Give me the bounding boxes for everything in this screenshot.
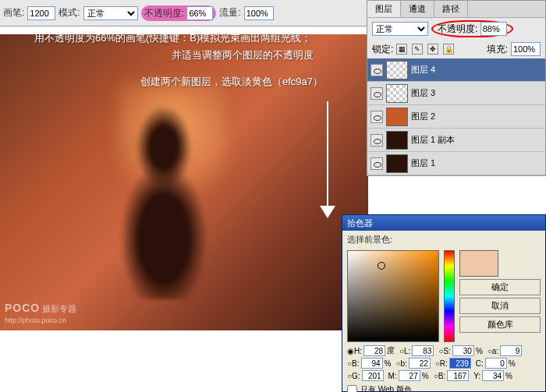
bv-label: ○B: <box>347 359 360 368</box>
y-label: Y: <box>473 372 480 380</box>
c-label: C: <box>476 359 484 368</box>
tab-layers[interactable]: 图层 <box>367 1 401 17</box>
dialog-subtitle: 选择前景色: <box>342 231 545 249</box>
a-label: ○a: <box>488 347 498 355</box>
lock-label: 锁定: <box>372 43 393 56</box>
layer-name: 图层 3 <box>411 87 542 99</box>
color-lib-button[interactable]: 颜色库 <box>459 316 541 333</box>
lock-all-icon[interactable]: 🔒 <box>443 44 454 55</box>
y-input[interactable] <box>482 370 504 381</box>
layers-panel: 图层 通道 路径 正常 不透明度: 锁定: ▦ ✎ ✥ 🔒 填充: 图层 4 图… <box>367 0 546 176</box>
bb-input[interactable] <box>447 370 469 381</box>
visibility-icon[interactable] <box>370 111 383 123</box>
layer-name: 图层 4 <box>411 64 542 76</box>
s-input[interactable] <box>452 345 474 356</box>
visibility-icon[interactable] <box>370 157 383 170</box>
bb-label: ○B: <box>434 372 446 380</box>
brush-size-input[interactable] <box>27 6 55 20</box>
r-input[interactable] <box>449 358 471 369</box>
fill-input[interactable] <box>511 42 541 56</box>
opacity-highlight: 不透明度: <box>141 5 217 21</box>
color-swatch <box>459 250 498 277</box>
annotation-1: 用不透明度为66%的画笔(快捷键：B)模拟光束画出两组光线； <box>34 31 311 45</box>
layer-name: 图层 2 <box>411 111 542 122</box>
web-colors-row: 只有 Web 颜色 <box>342 383 545 392</box>
layer-name: 图层 1 副本 <box>411 134 542 146</box>
ok-button[interactable]: 确定 <box>459 279 541 295</box>
panel-tabs: 图层 通道 路径 <box>367 1 545 18</box>
color-picker-dialog: 拾色器 选择前景色: 确定 取消 颜色库 ◉H:度 ○L: ○S:% ○a: ○… <box>342 214 546 392</box>
fill-label: 填充: <box>487 43 508 56</box>
layer-item[interactable]: 图层 4 <box>367 58 545 82</box>
tab-paths[interactable]: 路径 <box>434 1 468 17</box>
layer-opacity-highlight: 不透明度: <box>431 20 513 37</box>
visibility-icon[interactable] <box>370 64 383 76</box>
cancel-button[interactable]: 取消 <box>459 298 541 314</box>
g-input[interactable] <box>362 370 384 381</box>
h-input[interactable] <box>363 345 385 356</box>
poco-watermark: POCO 摄影专题 http://photo.poco.cn <box>5 302 76 324</box>
l-input[interactable] <box>412 345 434 356</box>
c-input[interactable] <box>485 358 507 369</box>
brush-label: 画笔: <box>3 6 24 19</box>
lock-transparency-icon[interactable]: ▦ <box>396 44 407 55</box>
bv-input[interactable] <box>361 358 383 369</box>
layer-opacity-label: 不透明度: <box>438 23 477 34</box>
layer-thumb <box>386 84 408 103</box>
opacity-input[interactable] <box>186 6 213 20</box>
layer-thumb <box>386 61 408 79</box>
layer-opacity-input[interactable] <box>480 22 507 36</box>
mode-label: 模式: <box>58 6 80 19</box>
m-input[interactable] <box>399 370 420 381</box>
color-values: ◉H:度 ○L: ○S:% ○a: ○B:% ○b: ○R: C:% ○G: M… <box>342 344 545 383</box>
visibility-icon[interactable] <box>370 134 383 147</box>
layer-name: 图层 1 <box>411 157 542 169</box>
blend-mode-select[interactable]: 正常 <box>83 6 138 20</box>
layer-item[interactable]: 图层 3 <box>367 82 545 105</box>
tab-channels[interactable]: 通道 <box>401 1 434 17</box>
layer-list: 图层 4 图层 3 图层 2 图层 1 副本 图层 1 <box>367 58 545 175</box>
arrow-down-icon <box>320 101 335 218</box>
m-label: M: <box>388 372 397 380</box>
layer-thumb <box>386 131 408 150</box>
l-label: ○L: <box>399 347 410 355</box>
s-label: ○S: <box>438 347 451 355</box>
lock-move-icon[interactable]: ✥ <box>427 44 438 55</box>
layer-item[interactable]: 图层 1 副本 <box>367 129 545 152</box>
color-cursor-icon <box>378 262 385 270</box>
lock-brush-icon[interactable]: ✎ <box>412 44 423 55</box>
layer-thumb <box>386 108 408 126</box>
flow-input[interactable] <box>244 6 274 20</box>
layer-item[interactable]: 图层 2 <box>367 105 545 129</box>
layer-thumb <box>386 154 408 173</box>
layer-blend-select[interactable]: 正常 <box>372 22 428 36</box>
flow-label: 流量: <box>219 6 240 19</box>
dialog-title: 拾色器 <box>342 215 545 231</box>
opacity-label: 不透明度: <box>144 8 184 19</box>
b-input[interactable] <box>409 358 431 369</box>
web-only-label: 只有 Web 颜色 <box>360 384 412 392</box>
r-label: ○R: <box>435 359 448 368</box>
layer-item[interactable]: 图层 1 <box>367 152 545 175</box>
annotation-2: 并适当调整两个图层的不透明度 <box>172 48 314 62</box>
b-label: ○b: <box>395 359 406 368</box>
web-only-checkbox[interactable] <box>347 385 357 393</box>
a-input[interactable] <box>500 345 522 356</box>
h-label: ◉H: <box>347 347 362 355</box>
annotation-3: 创建两个新图层，选取淡黄色（efc9a7） <box>140 75 323 89</box>
g-label: ○G: <box>347 372 360 380</box>
portrait-silhouette <box>94 97 234 299</box>
color-field[interactable] <box>347 250 439 342</box>
hue-slider[interactable] <box>444 250 455 342</box>
visibility-icon[interactable] <box>370 87 383 100</box>
lock-icons: ▦ ✎ ✥ 🔒 <box>396 44 454 55</box>
